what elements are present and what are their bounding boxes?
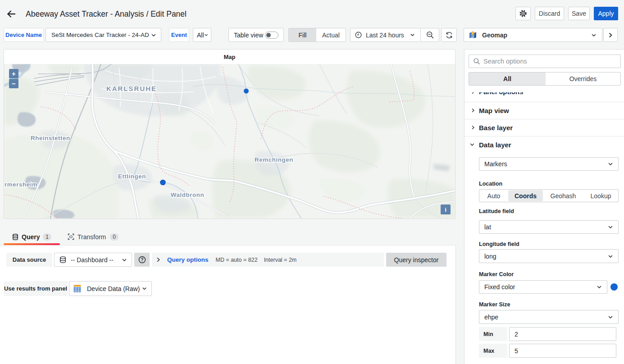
svg-text:Rheinstetten: Rheinstetten (31, 135, 70, 141)
svg-text:Waldbronn: Waldbronn (171, 191, 205, 198)
svg-text:Remchingen: Remchingen (255, 156, 293, 163)
svg-text:rmersheim: rmersheim (5, 181, 38, 188)
svg-text:Ettlingen: Ettlingen (118, 173, 146, 180)
svg-text:KARLSRUHE: KARLSRUHE (106, 85, 157, 92)
svg-text:?: ? (141, 257, 143, 262)
